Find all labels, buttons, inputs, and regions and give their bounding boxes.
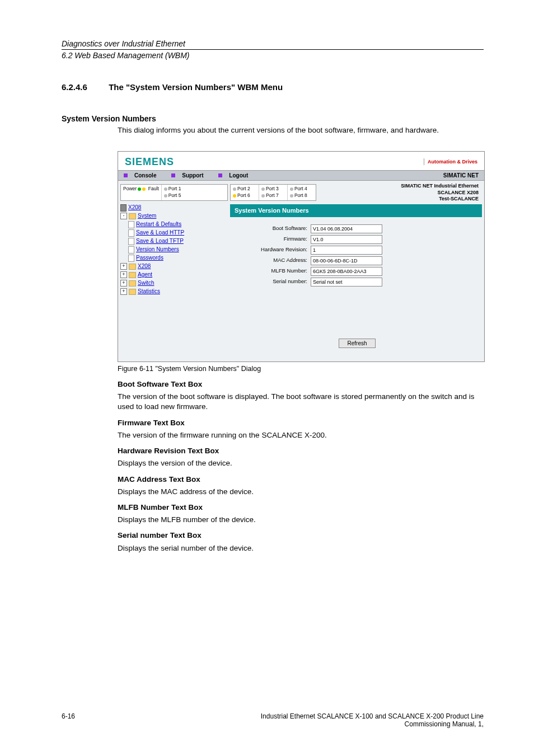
tree-agent[interactable]: +Agent (120, 270, 230, 279)
tree-http[interactable]: Save & Load HTTP (128, 228, 230, 237)
mac-text: Displays the MAC address of the device. (118, 487, 484, 497)
minus-icon: - (120, 213, 127, 219)
serial-text: Displays the serial number of the device… (118, 543, 484, 553)
port-box-right: Port 2Port 6 Port 3Port 7 Port 4Port 8 (230, 184, 316, 201)
tree-system[interactable]: -System (120, 212, 230, 220)
tree-stats[interactable]: +Statistics (120, 287, 230, 295)
tagline: Automation & Drives (424, 158, 477, 165)
rack-icon (120, 204, 127, 212)
led-icon (290, 194, 293, 198)
page-footer: 6-16 Industrial Ethernet SCALANCE X-100 … (62, 712, 484, 728)
file-icon (128, 238, 134, 245)
topbar-left: Console Support Logout (124, 172, 261, 180)
led-green-icon (138, 187, 141, 191)
topbar-right: SIMATIC NET (443, 172, 479, 180)
file-icon (128, 229, 134, 237)
folder-icon (129, 213, 136, 219)
section-title: The "System Version Numbers" WBM Menu (109, 82, 283, 92)
footer-line2: Commissioning Manual, 1, (62, 720, 484, 728)
wbm-screenshot: SIEMENS Automation & Drives Console Supp… (118, 151, 485, 362)
device-label: SIMATIC NET Industrial Ethernet SCALANCE… (318, 181, 484, 203)
serial-heading: Serial number Text Box (118, 530, 484, 541)
serial-value: Serial not set (311, 278, 382, 287)
mac-value: 08-00-06-6D-8C-1D (311, 256, 382, 265)
led-icon (164, 194, 167, 198)
plus-icon: + (120, 280, 127, 287)
refresh-button[interactable]: Refresh (339, 339, 375, 349)
tree-pwd[interactable]: Passwords (128, 253, 230, 262)
plus-icon: + (120, 288, 127, 295)
file-icon (128, 246, 134, 253)
tree-tftp[interactable]: Save & Load TFTP (128, 237, 230, 245)
hw-text: Displays the version of the device. (118, 458, 484, 468)
mac-label: MAC Address: (235, 257, 311, 264)
hw-value: 1 (311, 246, 382, 255)
port-box: Power Fault Port 1 Port 5 (120, 184, 228, 201)
topbar-console[interactable]: Console (124, 172, 163, 179)
tree-x208[interactable]: +X208 (120, 262, 230, 270)
header-title: Diagnostics over Industrial Ethernet (62, 39, 484, 48)
mlfb-value: 6GK5 208-0BA00-2AA3 (311, 267, 382, 276)
led-icon (261, 194, 265, 198)
boot-text: The version of the boot software is disp… (118, 392, 484, 412)
siemens-logo: SIEMENS (125, 155, 174, 168)
mlfb-heading: MLFB Number Text Box (118, 503, 484, 513)
port-cell-1-5: Port 1 Port 5 (162, 185, 190, 200)
header-rule (62, 49, 484, 50)
fw-heading: Firmware Text Box (118, 418, 484, 428)
square-icon (124, 173, 128, 177)
tree-ver[interactable]: Version Numbers (128, 245, 230, 253)
led-icon (233, 194, 236, 198)
square-icon (171, 173, 175, 177)
tree-restart[interactable]: Restart & Defaults (128, 220, 230, 228)
header-subtitle: 6.2 Web Based Management (WBM) (62, 51, 484, 60)
mlfb-text: Displays the MLFB number of the device. (118, 515, 484, 525)
hw-label: Hardware Revision: (235, 246, 311, 253)
sysver-intro: This dialog informs you about the curren… (118, 125, 484, 135)
fw-text: The version of the firmware running on t… (118, 430, 484, 440)
section-heading: 6.2.4.6 The "System Version Numbers" WBM… (62, 82, 484, 92)
page-header: Diagnostics over Industrial Ethernet 6.2… (62, 39, 484, 60)
led-yellow-icon (142, 187, 146, 191)
panel-title: System Version Numbers (230, 204, 482, 217)
mac-heading: MAC Address Text Box (118, 475, 484, 485)
led-icon (164, 187, 167, 191)
mlfb-label: MLFB Number: (235, 267, 311, 275)
tree-switch[interactable]: +Switch (120, 279, 230, 287)
led-icon (233, 187, 236, 191)
fw-value: V1.0 (311, 235, 382, 244)
topbar-logout[interactable]: Logout (218, 172, 255, 179)
topbar-support[interactable]: Support (171, 172, 210, 179)
file-icon (128, 255, 134, 262)
form-area: Boot Software:V1.04 06.08.2004 Firmware:… (230, 217, 484, 362)
sysver-heading: System Version Numbers (62, 114, 484, 123)
plus-icon: + (120, 271, 127, 278)
plus-icon: + (120, 263, 127, 270)
boot-heading: Boot Software Text Box (118, 379, 484, 389)
serial-label: Serial number: (235, 278, 311, 285)
footer-line1: Industrial Ethernet SCALANCE X-100 and S… (62, 712, 484, 720)
boot-value: V1.04 06.08.2004 (311, 224, 382, 233)
fw-label: Firmware: (235, 236, 311, 243)
power-fault-cell: Power Fault (121, 185, 162, 200)
section-number: 6.2.4.6 (62, 82, 106, 92)
file-icon (128, 221, 134, 228)
hw-heading: Hardware Revision Text Box (118, 446, 484, 456)
square-icon (218, 173, 222, 177)
folder-icon (129, 272, 136, 278)
tree-root-node[interactable]: X208 (120, 203, 230, 212)
page-number: 6-16 (62, 712, 75, 720)
led-icon (261, 187, 265, 191)
led-icon (290, 187, 293, 191)
folder-icon (129, 280, 136, 287)
folder-icon (129, 289, 136, 295)
folder-icon (129, 264, 136, 270)
figure-caption: Figure 6-11 "System Version Numbers" Dia… (118, 364, 484, 374)
boot-label: Boot Software: (235, 225, 311, 232)
nav-tree: X208 -System Restart & Defaults Save & L… (120, 203, 230, 295)
